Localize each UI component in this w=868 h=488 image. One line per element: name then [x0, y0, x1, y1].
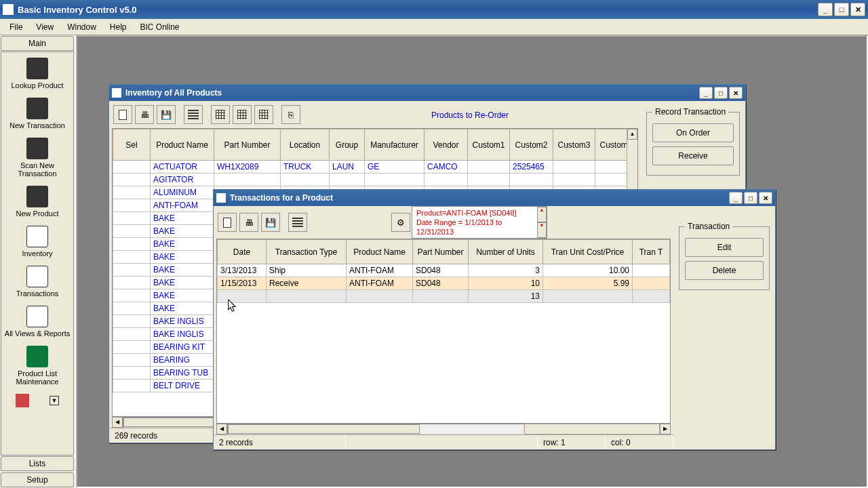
filter-down-icon[interactable]: ▼: [537, 222, 547, 238]
filter-display: Product=ANTI-FOAM [SD048] Date Range = 1…: [412, 206, 547, 239]
menu-bic-online[interactable]: BIC Online: [134, 20, 186, 34]
col-group[interactable]: Group: [330, 129, 365, 161]
transactions-row-indicator: row: 1: [538, 435, 606, 449]
scroll-right-icon[interactable]: ▶: [660, 424, 671, 434]
close-button[interactable]: ✕: [850, 3, 865, 16]
hscroll-thumb[interactable]: [228, 424, 420, 434]
sidebar-item-more[interactable]: ▼: [1, 388, 73, 410]
col-custom4[interactable]: Custom4: [595, 129, 627, 161]
edit-button[interactable]: Edit: [685, 238, 764, 257]
menu-help[interactable]: Help: [103, 20, 134, 34]
transactions-status: 2 records row: 1 col: 0: [214, 434, 673, 449]
inventory-close-button[interactable]: ✕: [729, 87, 743, 99]
sidebar-item-scan-new-transaction[interactable]: Scan New Transaction: [1, 132, 73, 180]
view-list-button[interactable]: [184, 105, 203, 124]
dropdown-icon[interactable]: ▼: [50, 396, 59, 405]
transactions-titlebar[interactable]: Transactions for a Product _ □ ✕: [214, 190, 775, 206]
sidebar-tab-lists[interactable]: Lists: [1, 456, 74, 471]
sidebar-item-new-transaction[interactable]: New Transaction: [1, 92, 73, 132]
menu-window[interactable]: Window: [60, 20, 103, 34]
record-transaction-panel: Record Transaction On Order Receive: [646, 112, 740, 176]
scroll-left-icon[interactable]: ◀: [216, 424, 227, 434]
document-icon: [112, 88, 121, 98]
col-part-number[interactable]: Part Number: [214, 129, 281, 161]
receive-button[interactable]: Receive: [652, 146, 734, 165]
menu-view[interactable]: View: [29, 20, 60, 34]
receipt-icon: [26, 98, 48, 119]
app-icon: [3, 4, 14, 15]
menubar: File View Window Help BIC Online: [0, 19, 868, 35]
filter-up-icon[interactable]: ▲: [537, 207, 547, 222]
save-button[interactable]: 💾: [157, 105, 176, 124]
col-cost[interactable]: Tran Unit Cost/Price: [543, 240, 633, 264]
transactions-maximize-button[interactable]: □: [744, 192, 757, 204]
filter-product: Product=ANTI-FOAM [SD048]: [416, 208, 534, 218]
col-product-name[interactable]: Product Name: [151, 129, 214, 161]
bars-icon: [26, 346, 48, 367]
maximize-button[interactable]: □: [834, 3, 849, 16]
col-product-name[interactable]: Product Name: [347, 240, 413, 264]
print-button[interactable]: 🖶: [239, 213, 258, 232]
table-row[interactable]: 3/13/2013ShipANTI-FOAMSD048310.00: [218, 264, 670, 277]
transactions-minimize-button[interactable]: _: [729, 192, 743, 204]
table-row[interactable]: 1/15/2013ReceiveANTI-FOAMSD048105.99: [218, 277, 670, 290]
sidebar-item-transactions[interactable]: Transactions: [1, 260, 73, 300]
grid2-button[interactable]: [233, 105, 252, 124]
refresh-button[interactable]: [113, 105, 132, 124]
inventory-maximize-button[interactable]: □: [714, 87, 728, 99]
sidebar-item-lookup-product[interactable]: Lookup Product: [1, 52, 73, 92]
app-titlebar: Basic Inventory Control v5.0 _ □ ✕: [0, 0, 868, 19]
on-order-button[interactable]: On Order: [652, 123, 734, 142]
sidebar: Main Lookup Product New Transaction Scan…: [0, 35, 76, 488]
barcode-scan-icon: [26, 138, 48, 159]
col-date[interactable]: Date: [218, 240, 267, 264]
print-button[interactable]: 🖶: [135, 105, 154, 124]
sidebar-item-product-list-maintenance[interactable]: Product List Maintenance: [1, 340, 73, 388]
transactions-title: Transactions for a Product: [230, 193, 333, 203]
sidebar-item-inventory[interactable]: Inventory: [1, 220, 73, 260]
grid3-button[interactable]: [254, 105, 273, 124]
export-button[interactable]: ⎘: [281, 105, 300, 124]
col-sel[interactable]: Sel: [113, 129, 151, 161]
sidebar-tab-setup[interactable]: Setup: [1, 472, 74, 487]
col-part-number[interactable]: Part Number: [413, 240, 469, 264]
grid-icon: [259, 110, 269, 119]
workspace: Inventory of All Products _ □ ✕ 🖶 💾: [76, 35, 868, 488]
col-custom2[interactable]: Custom2: [510, 129, 553, 161]
transactions-close-button[interactable]: ✕: [759, 192, 772, 204]
table-row[interactable]: AGITATOR: [113, 174, 627, 186]
view-list-button[interactable]: [288, 213, 307, 232]
inventory-minimize-button[interactable]: _: [699, 87, 713, 99]
menu-file[interactable]: File: [3, 20, 29, 34]
filter-button[interactable]: ⚙: [391, 213, 410, 232]
inventory-title: Inventory of All Products: [125, 88, 222, 98]
binoculars-icon: [26, 58, 48, 79]
transactions-hscroll[interactable]: ◀ ▶: [216, 424, 671, 434]
col-custom1[interactable]: Custom1: [468, 129, 510, 161]
app-title: Basic Inventory Control v5.0: [18, 5, 137, 15]
reorder-link[interactable]: Products to Re-Order: [431, 110, 509, 120]
col-custom3[interactable]: Custom3: [553, 129, 595, 161]
minimize-button[interactable]: _: [818, 3, 833, 16]
grid1-button[interactable]: [211, 105, 230, 124]
save-icon: 💾: [161, 110, 172, 120]
refresh-button[interactable]: [218, 213, 237, 232]
col-vendor[interactable]: Vendor: [425, 129, 468, 161]
transactions-grid[interactable]: Date Transaction Type Product Name Part …: [217, 239, 670, 303]
col-units[interactable]: Number of Units: [469, 240, 543, 264]
save-button[interactable]: 💾: [261, 213, 280, 232]
scroll-left-icon[interactable]: ◀: [112, 417, 123, 428]
inventory-titlebar[interactable]: Inventory of All Products _ □ ✕: [109, 85, 745, 101]
reports-icon: [26, 306, 48, 327]
delete-button[interactable]: Delete: [685, 261, 764, 280]
sidebar-tab-main[interactable]: Main: [1, 36, 74, 51]
sidebar-item-all-views-reports[interactable]: All Views & Reports: [1, 300, 73, 340]
scroll-up-icon[interactable]: ▲: [627, 129, 637, 140]
table-row[interactable]: ACTUATORWH1X2089TRUCKLAUNGECAMCO2525465: [113, 161, 627, 174]
col-transaction-type[interactable]: Transaction Type: [267, 240, 347, 264]
col-tran-t[interactable]: Tran T: [633, 240, 670, 264]
col-location[interactable]: Location: [281, 129, 330, 161]
refresh-icon: [223, 218, 231, 228]
sidebar-item-new-product[interactable]: New Product: [1, 180, 73, 220]
col-manufacturer[interactable]: Manufacturer: [365, 129, 425, 161]
